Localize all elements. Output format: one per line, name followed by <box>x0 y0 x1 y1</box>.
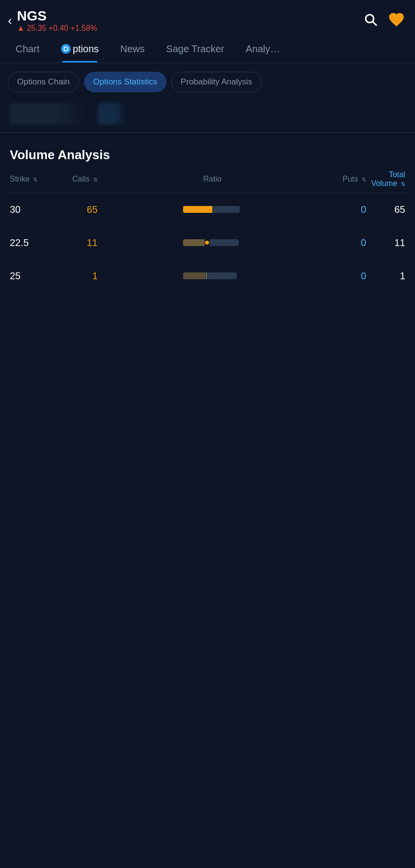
ticker-symbol: NGS <box>17 9 97 24</box>
ticker-block: NGS ▲ 25.35 +0.40 +1.58% <box>17 9 97 33</box>
tab-sage-tracker-label: Sage Tracker <box>166 43 224 54</box>
search-icon <box>363 12 378 27</box>
tab-analysis-label: Analy… <box>246 43 280 54</box>
preview-blur-right <box>98 103 127 124</box>
cell-puts-1: 0 <box>327 204 366 215</box>
tab-news[interactable]: News <box>109 39 155 62</box>
back-button[interactable]: ‹ <box>8 13 12 28</box>
sub-tab-probability-analysis[interactable]: Probability Analysis <box>171 72 261 92</box>
tab-analysis[interactable]: Analy… <box>235 39 290 62</box>
price-arrow: ▲ <box>17 24 25 32</box>
header-left: ‹ NGS ▲ 25.35 +0.40 +1.58% <box>8 9 97 33</box>
col-header-calls[interactable]: Calls ⇅ <box>54 175 98 184</box>
cell-ratio-1 <box>98 206 327 213</box>
tab-options[interactable]: Options <box>50 39 109 62</box>
ratio-bar-1 <box>183 206 242 213</box>
nav-tabs: Chart Options News Sage Tracker Analy… <box>0 39 415 63</box>
cell-total-1: 65 <box>366 204 405 215</box>
table-row: 25 1 0 1 <box>8 260 407 293</box>
favorite-button[interactable] <box>388 11 405 30</box>
tab-chart[interactable]: Chart <box>5 39 50 62</box>
col-header-puts[interactable]: Puts ⇅ <box>327 175 366 184</box>
ratio-dot-2 <box>205 241 209 245</box>
sort-arrow-strike: ⇅ <box>33 177 38 183</box>
sort-arrow-calls: ⇅ <box>93 177 98 183</box>
search-button[interactable] <box>363 12 378 29</box>
tab-news-label: News <box>120 43 145 54</box>
cell-calls-1: 65 <box>54 204 98 215</box>
ratio-bar-puts-2 <box>209 239 239 246</box>
section-divider <box>0 132 415 133</box>
preview-blur-left <box>10 103 88 124</box>
volume-table: Strike ⇅ Calls ⇅ Ratio Puts ⇅ Total Volu… <box>0 170 415 293</box>
preview-area <box>0 99 415 132</box>
sub-tab-options-statistics[interactable]: Options Statistics <box>84 72 166 92</box>
ratio-bar-calls-2 <box>183 239 205 246</box>
ratio-bar-puts-1 <box>213 206 240 213</box>
header: ‹ NGS ▲ 25.35 +0.40 +1.58% <box>0 0 415 39</box>
cell-strike-1: 30 <box>10 204 54 215</box>
cell-calls-3: 1 <box>54 270 98 282</box>
table-row: 22.5 11 0 11 <box>8 227 407 260</box>
price-change: +0.40 <box>48 24 68 32</box>
ratio-divider-3 <box>206 272 207 279</box>
cell-strike-2: 22.5 <box>10 237 54 248</box>
col-header-total-volume[interactable]: Total Volume ⇅ <box>366 170 405 188</box>
options-circle-icon: O <box>61 44 71 54</box>
tab-sage-tracker[interactable]: Sage Tracker <box>155 39 235 62</box>
svg-point-0 <box>366 15 374 22</box>
cell-puts-2: 0 <box>327 237 366 248</box>
ratio-bar-2 <box>183 239 242 246</box>
ratio-bar-puts-3 <box>208 272 237 279</box>
col-header-ratio: Ratio <box>98 175 327 184</box>
cell-calls-2: 11 <box>54 237 98 248</box>
sort-arrow-puts: ⇅ <box>362 177 366 183</box>
table-row: 30 65 0 65 <box>8 193 407 227</box>
cell-ratio-2 <box>98 239 327 246</box>
ratio-bar-calls-1 <box>183 206 212 213</box>
col-header-strike[interactable]: Strike ⇅ <box>10 175 54 184</box>
cell-total-2: 11 <box>366 237 405 248</box>
price-value: 25.35 <box>27 24 46 32</box>
table-header: Strike ⇅ Calls ⇅ Ratio Puts ⇅ Total Volu… <box>8 170 407 193</box>
sub-tabs: Options Chain Options Statistics Probabi… <box>0 63 415 99</box>
ticker-price: ▲ 25.35 +0.40 +1.58% <box>17 24 97 33</box>
cell-strike-3: 25 <box>10 270 54 282</box>
cell-total-3: 1 <box>366 270 405 282</box>
price-pct: +1.58% <box>70 24 97 32</box>
volume-analysis-title: Volume Analysis <box>0 143 415 170</box>
heart-icon <box>388 11 405 28</box>
sort-arrow-total: ⇅ <box>401 181 405 187</box>
svg-line-1 <box>373 22 376 26</box>
volume-analysis-section: Volume Analysis Strike ⇅ Calls ⇅ Ratio P… <box>0 143 415 293</box>
cell-ratio-3 <box>98 272 327 279</box>
cell-puts-3: 0 <box>327 270 366 282</box>
sub-tab-options-chain[interactable]: Options Chain <box>8 72 79 92</box>
tab-options-label: Options <box>61 43 99 55</box>
ratio-bar-3 <box>183 272 242 279</box>
tab-chart-label: Chart <box>16 43 40 54</box>
ratio-bar-calls-3 <box>183 272 206 279</box>
header-right <box>363 11 405 30</box>
